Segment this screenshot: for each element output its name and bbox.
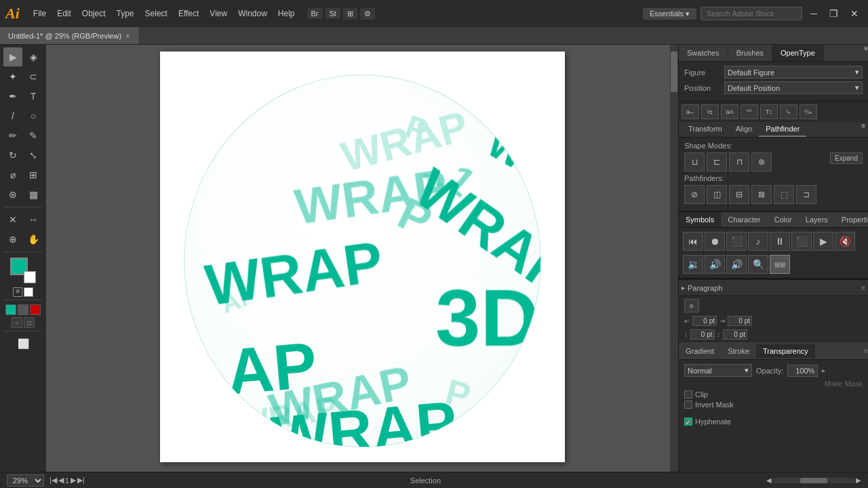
figure-dropdown[interactable]: Default Figure▾ [724, 66, 863, 79]
nav-back-btn[interactable]: ◀ [58, 476, 64, 485]
lasso-tool[interactable]: ⊂ [24, 67, 43, 86]
ellipse-tool[interactable]: ○ [24, 106, 43, 125]
swatch-gray[interactable] [18, 304, 28, 315]
menu-edit[interactable]: Edit [52, 6, 77, 21]
sym-btn-stop2[interactable]: ⬛ [791, 232, 812, 251]
character-tab[interactable]: Character [721, 212, 767, 227]
layout-btn[interactable]: ⊞ [343, 8, 357, 20]
eyedropper-tool[interactable]: ✕ [3, 210, 22, 229]
sym-btn-grid[interactable]: ⊞⊞ [770, 255, 790, 274]
artboard-tool[interactable]: ⬜ [8, 334, 38, 353]
sym-btn-rec[interactable]: ⏺ [705, 232, 725, 251]
stock-btn[interactable]: St [326, 8, 340, 19]
divide-btn[interactable]: ⊘ [684, 185, 705, 204]
symbols-tab[interactable]: Symbols [679, 212, 721, 227]
stroke-none-sm[interactable]: ◻ [24, 317, 35, 328]
align-tab[interactable]: Align [729, 122, 759, 137]
ot-btn-3[interactable]: aA [721, 104, 738, 119]
hscroll-left[interactable]: ◀ [766, 476, 772, 484]
restore-button[interactable]: ❐ [825, 8, 842, 19]
pencil-tool[interactable]: ✎ [24, 126, 43, 145]
opacity-arrow[interactable]: ▸ [822, 367, 825, 374]
minus-front-btn[interactable]: ⊏ [707, 152, 727, 171]
paragraph-section-label[interactable]: ▸ [682, 284, 685, 291]
swatch-red[interactable] [30, 304, 41, 315]
swatches-tab[interactable]: Swatches [679, 45, 728, 61]
para-indent-left[interactable] [692, 316, 717, 326]
hscrollbar-thumb[interactable] [800, 478, 827, 483]
sym-btn-prev[interactable]: ⏮ [683, 232, 703, 251]
bpanel-menu[interactable]: ≡ [864, 347, 868, 354]
sym-btn-music[interactable]: ♪ [748, 232, 768, 251]
vertical-scrollbar[interactable] [670, 45, 678, 472]
nav-forward-btn[interactable]: ▶ [71, 476, 76, 485]
warp-tool[interactable]: ⌀ [3, 165, 22, 184]
menu-type[interactable]: Type [111, 6, 140, 21]
menu-object[interactable]: Object [77, 6, 111, 21]
make-mask-btn[interactable]: Make Mask [825, 380, 863, 388]
sym-btn-stop[interactable]: ⬛ [726, 232, 747, 251]
para-space-before[interactable] [690, 329, 715, 340]
blend-mode-dropdown[interactable]: Normal▾ [684, 364, 752, 377]
gradient-tab[interactable]: Gradient [679, 344, 721, 358]
expand-btn[interactable]: Expand [830, 152, 863, 171]
close-button[interactable]: ✕ [846, 8, 863, 19]
column-graph-tool[interactable]: ▦ [24, 185, 43, 204]
ot-btn-1[interactable]: a⌙ [682, 104, 699, 119]
canvas-area[interactable]: WRAP P T AP P WRAP WRAP P WRAP 1 [46, 45, 678, 472]
para-space-after[interactable] [723, 329, 747, 340]
doc-tab-close[interactable]: × [125, 32, 130, 40]
hscrollbar-track[interactable] [773, 478, 854, 483]
minus-back-btn[interactable]: ⊐ [796, 185, 816, 204]
intersect-btn[interactable]: ⊓ [729, 152, 749, 171]
scale-tool[interactable]: ⤡ [24, 146, 43, 165]
white-fill[interactable] [24, 287, 33, 297]
ot-btn-5[interactable]: T↕ [760, 104, 778, 119]
swatch-green[interactable] [5, 304, 16, 315]
bridge-btn[interactable]: Br [307, 8, 323, 19]
sym-btn-search[interactable]: 🔍 [748, 255, 768, 274]
brushes-tab[interactable]: Brushes [728, 45, 772, 61]
ot-btn-2[interactable]: ¹⁄₂ [701, 104, 719, 119]
ot-btn-6[interactable]: ¹ₐ [780, 104, 797, 119]
crop-btn[interactable]: ⊠ [751, 185, 772, 204]
menu-effect[interactable]: Effect [173, 6, 204, 21]
menu-view[interactable]: View [204, 6, 233, 21]
panel-menu-icon[interactable]: ≡ [864, 45, 868, 61]
sym-btn-vol-max[interactable]: 🔊 [726, 255, 747, 274]
sym-btn-vol-up[interactable]: 🔊 [705, 255, 725, 274]
para-indent-right[interactable] [728, 316, 752, 326]
paintbrush-tool[interactable]: ✏ [3, 126, 22, 145]
panel-expand-icon[interactable]: ≡ [861, 284, 865, 291]
direct-selection-tool[interactable]: ◈ [24, 47, 43, 66]
workspace-selector[interactable]: Essentials ▾ [643, 8, 696, 20]
hand-tool[interactable]: ✋ [24, 230, 43, 249]
menu-select[interactable]: Select [140, 6, 173, 21]
sym-btn-pause[interactable]: ⏸ [770, 232, 790, 251]
menu-window[interactable]: Window [233, 6, 273, 21]
pathfinder-tab[interactable]: Pathfinder [759, 122, 806, 137]
outline-btn[interactable]: ⬚ [774, 185, 794, 204]
none-fill[interactable]: ⊘ [13, 287, 22, 297]
nav-prev-btn[interactable]: |◀ [50, 476, 57, 485]
opacity-input[interactable] [787, 365, 818, 377]
pen-tool[interactable]: ✒ [3, 87, 22, 106]
magic-wand-tool[interactable]: ✦ [3, 67, 22, 86]
transparency-tab[interactable]: Transparency [756, 344, 815, 358]
stroke-color[interactable] [24, 271, 36, 283]
sym-btn-vol-down[interactable]: 🔉 [683, 255, 703, 274]
zoom-select[interactable]: 29% 50% 100% [7, 474, 44, 487]
sym-btn-play[interactable]: ▶ [813, 232, 833, 251]
properties-tab[interactable]: Properties [835, 212, 868, 227]
unite-btn[interactable]: ⊔ [684, 152, 705, 171]
symbol-sprayer-tool[interactable]: ⊛ [3, 185, 22, 204]
menu-help[interactable]: Help [273, 6, 300, 21]
doc-tab-active[interactable]: Untitled-1* @ 29% (RGB/Preview) × [0, 27, 139, 44]
selection-tool[interactable]: ▶ [3, 47, 22, 66]
rotate-tool[interactable]: ↻ [3, 146, 22, 165]
exclude-btn[interactable]: ⊕ [751, 152, 772, 171]
position-dropdown[interactable]: Default Position▾ [724, 81, 863, 94]
nav-next-btn[interactable]: ▶| [77, 476, 85, 485]
opentype-tab[interactable]: OpenType [772, 45, 824, 61]
ot-btn-7[interactable]: ½ₙ [800, 104, 817, 119]
